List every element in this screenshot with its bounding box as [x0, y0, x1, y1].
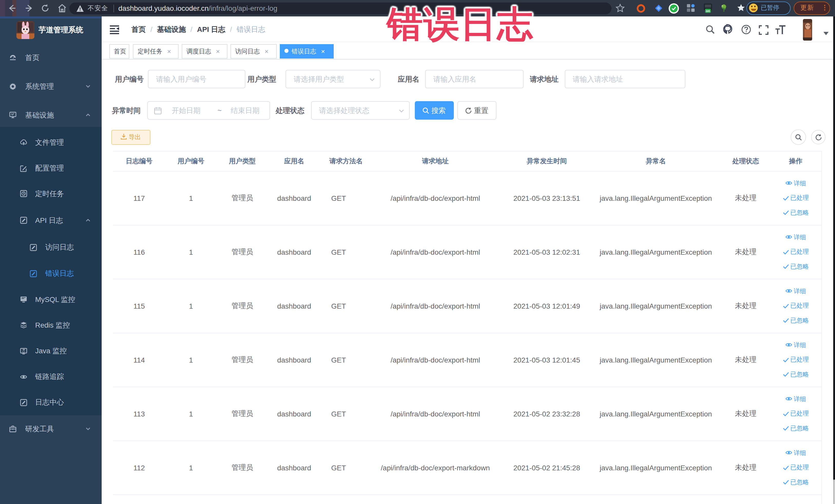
svg-text:on: on [706, 9, 710, 13]
